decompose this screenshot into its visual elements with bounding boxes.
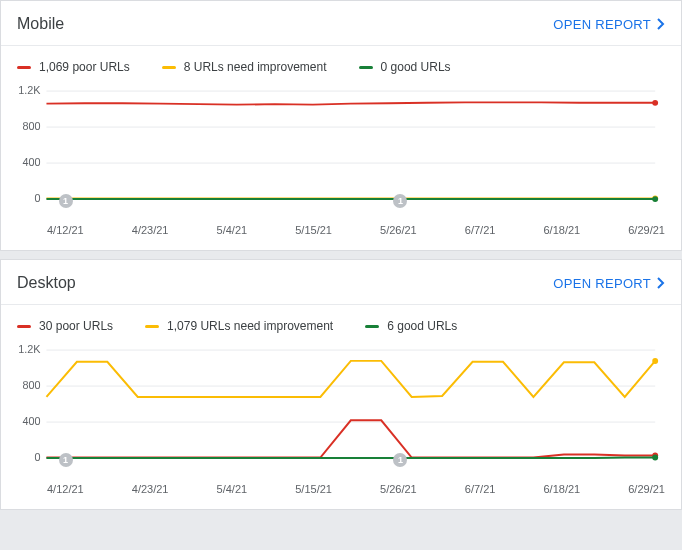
chevron-right-icon: [657, 18, 665, 30]
legend-swatch-poor: [17, 66, 31, 69]
x-tick-label: 6/29/21: [628, 483, 665, 495]
legend: 1,069 poor URLs8 URLs need improvement0 …: [1, 46, 681, 84]
legend-count: 0: [381, 60, 388, 74]
series-endpoint: [652, 455, 658, 461]
card-title: Desktop: [17, 274, 76, 292]
x-tick-label: 6/7/21: [465, 483, 496, 495]
mobile-card: MobileOPEN REPORT1,069 poor URLs8 URLs n…: [0, 0, 682, 251]
y-tick-label: 0: [35, 451, 41, 463]
legend-label: URLs need improvement: [194, 60, 327, 74]
legend-item-poor: 1,069 poor URLs: [17, 60, 130, 74]
event-badge[interactable]: 1: [59, 194, 73, 208]
open-report-link[interactable]: OPEN REPORT: [553, 276, 665, 291]
card-header: DesktopOPEN REPORT: [1, 260, 681, 305]
event-badge-label: 1: [398, 196, 403, 206]
series-endpoint: [652, 358, 658, 364]
open-report-link[interactable]: OPEN REPORT: [553, 17, 665, 32]
legend-text: 1,079 URLs need improvement: [167, 319, 333, 333]
mobile-chart: 04008001.2K: [17, 84, 665, 214]
card-title: Mobile: [17, 15, 64, 33]
legend-text: 8 URLs need improvement: [184, 60, 327, 74]
x-tick-label: 6/18/21: [543, 483, 580, 495]
legend-label: good URLs: [397, 319, 457, 333]
event-badge[interactable]: 1: [59, 453, 73, 467]
event-badge-label: 1: [63, 455, 68, 465]
x-axis: 4/12/214/23/215/4/215/15/215/26/216/7/21…: [1, 220, 681, 250]
x-tick-label: 5/26/21: [380, 224, 417, 236]
legend-text: 6 good URLs: [387, 319, 457, 333]
y-tick-label: 0: [35, 192, 41, 204]
y-tick-label: 400: [23, 415, 41, 427]
legend-label: good URLs: [391, 60, 451, 74]
legend-item-poor: 30 poor URLs: [17, 319, 113, 333]
x-axis: 4/12/214/23/215/4/215/15/215/26/216/7/21…: [1, 479, 681, 509]
legend-count: 1,069: [39, 60, 69, 74]
legend-swatch-needs: [162, 66, 176, 69]
x-tick-label: 4/12/21: [47, 483, 84, 495]
x-tick-label: 5/4/21: [217, 224, 248, 236]
open-report-label: OPEN REPORT: [553, 17, 651, 32]
x-tick-label: 6/7/21: [465, 224, 496, 236]
x-tick-label: 5/26/21: [380, 483, 417, 495]
y-tick-label: 1.2K: [18, 343, 41, 355]
legend-count: 6: [387, 319, 394, 333]
x-tick-label: 4/23/21: [132, 483, 169, 495]
x-tick-label: 5/4/21: [217, 483, 248, 495]
legend-swatch-poor: [17, 325, 31, 328]
legend-count: 8: [184, 60, 191, 74]
event-badge-label: 1: [398, 455, 403, 465]
legend-count: 30: [39, 319, 52, 333]
legend-item-needs: 8 URLs need improvement: [162, 60, 327, 74]
chart-area: 04008001.2K11: [1, 343, 681, 479]
series-poor-URLs: [46, 102, 655, 104]
x-tick-label: 6/29/21: [628, 224, 665, 236]
legend-swatch-good: [365, 325, 379, 328]
legend-count: 1,079: [167, 319, 197, 333]
x-tick-label: 6/18/21: [543, 224, 580, 236]
legend-text: 1,069 poor URLs: [39, 60, 130, 74]
x-tick-label: 4/23/21: [132, 224, 169, 236]
legend-label: URLs need improvement: [200, 319, 333, 333]
y-tick-label: 1.2K: [18, 84, 41, 96]
series-endpoint: [652, 196, 658, 202]
desktop-chart: 04008001.2K: [17, 343, 665, 473]
event-badge-label: 1: [63, 196, 68, 206]
y-tick-label: 800: [23, 120, 41, 132]
chevron-right-icon: [657, 277, 665, 289]
chart-area: 04008001.2K11: [1, 84, 681, 220]
desktop-card: DesktopOPEN REPORT30 poor URLs1,079 URLs…: [0, 259, 682, 510]
y-tick-label: 400: [23, 156, 41, 168]
x-tick-label: 5/15/21: [295, 224, 332, 236]
legend-item-needs: 1,079 URLs need improvement: [145, 319, 333, 333]
open-report-label: OPEN REPORT: [553, 276, 651, 291]
legend-label: poor URLs: [56, 319, 113, 333]
card-header: MobileOPEN REPORT: [1, 1, 681, 46]
legend-swatch-good: [359, 66, 373, 69]
legend-item-good: 0 good URLs: [359, 60, 451, 74]
legend: 30 poor URLs1,079 URLs need improvement6…: [1, 305, 681, 343]
legend-label: poor URLs: [72, 60, 129, 74]
legend-item-good: 6 good URLs: [365, 319, 457, 333]
y-tick-label: 800: [23, 379, 41, 391]
x-tick-label: 4/12/21: [47, 224, 84, 236]
series-URLs-need-improvement: [46, 361, 655, 397]
x-tick-label: 5/15/21: [295, 483, 332, 495]
legend-text: 30 poor URLs: [39, 319, 113, 333]
legend-text: 0 good URLs: [381, 60, 451, 74]
series-poor-URLs: [46, 420, 655, 457]
series-endpoint: [652, 100, 658, 106]
legend-swatch-needs: [145, 325, 159, 328]
